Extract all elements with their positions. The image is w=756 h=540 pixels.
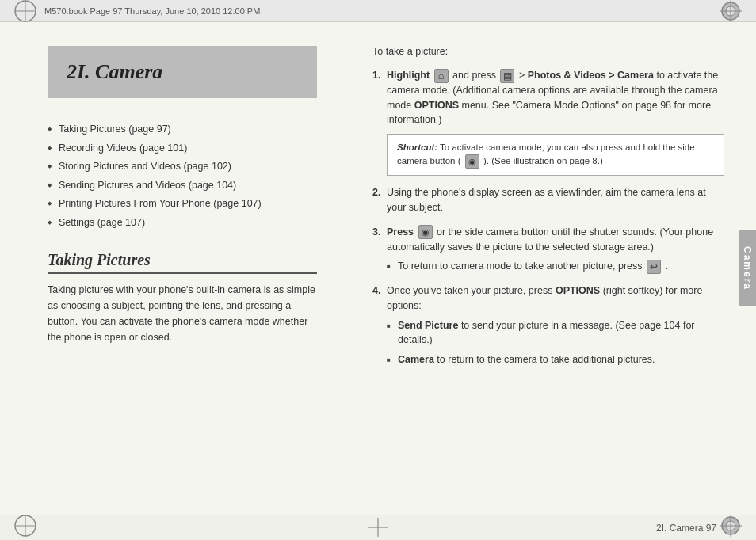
steps-list: 1. Highlight and press > Photos & Videos…: [372, 68, 724, 367]
camera-button-icon: [418, 225, 433, 239]
list-item: Recording Videos (page 101): [48, 139, 317, 158]
step-3-subbullet: To return to camera mode to take another…: [387, 259, 724, 274]
bottom-right-decoration: [718, 513, 743, 538]
press-word: Press: [387, 226, 414, 238]
list-item: Printing Pictures From Your Phone (page …: [48, 195, 317, 214]
right-column: To take a picture: 1. Highlight and pres…: [349, 22, 756, 515]
top-right-decoration: [718, 0, 743, 24]
step-4-text: Once you've taken your picture, press OP…: [387, 285, 702, 311]
topbar-text: M570.book Page 97 Thursday, June 10, 201…: [44, 6, 260, 16]
chapter-title: 2I. Camera: [67, 60, 162, 83]
section-heading: Taking Pictures: [48, 251, 317, 274]
step-2: 2. Using the phone's display screen as a…: [372, 185, 724, 215]
shortcut-label: Shortcut:: [397, 143, 437, 152]
content-area: 2I. Camera Taking Pictures (page 97) Rec…: [0, 22, 756, 515]
list-item: Settings (page 107): [48, 214, 317, 233]
page: M570.book Page 97 Thursday, June 10, 201…: [0, 0, 756, 540]
step-1-text: Highlight and press > Photos & Videos > …: [387, 70, 718, 125]
list-item: Storing Pictures and Videos (page 102): [48, 158, 317, 177]
home-icon: [434, 69, 449, 83]
chapter-box: 2I. Camera: [48, 46, 317, 98]
list-item: Taking Pictures (page 97): [48, 120, 317, 139]
footer: 2I. Camera 97: [0, 515, 756, 540]
step-3-text: Press or the side camera button until th…: [387, 226, 713, 253]
left-column: 2I. Camera Taking Pictures (page 97) Rec…: [0, 22, 349, 515]
menu-icon: [500, 69, 514, 83]
bottom-center-decoration: [367, 516, 389, 538]
step-1: 1. Highlight and press > Photos & Videos…: [372, 68, 724, 176]
step-4-subbullet-1: Send Picture to send your picture in a m…: [387, 318, 724, 348]
step-4-subbullet-2: Camera to return to the camera to take a…: [387, 352, 724, 367]
sidebar-tab: Camera: [739, 230, 756, 306]
step-3: 3. Press or the side camera button until…: [372, 225, 724, 274]
top-bar: M570.book Page 97 Thursday, June 10, 201…: [0, 0, 756, 22]
bottom-left-decoration: [13, 513, 38, 538]
section-body: Taking pictures with your phone's built-…: [48, 282, 317, 345]
side-camera-icon: [465, 154, 479, 169]
highlight-word: Highlight: [387, 70, 430, 81]
right-intro: To take a picture:: [372, 46, 724, 57]
step-2-text: Using the phone's display screen as a vi…: [387, 187, 706, 213]
step-4: 4. Once you've taken your picture, press…: [372, 283, 724, 367]
list-item: Sending Pictures and Videos (page 104): [48, 177, 317, 196]
back-icon: [647, 260, 661, 274]
chapter-toc: Taking Pictures (page 97) Recording Vide…: [48, 120, 317, 232]
shortcut-box: Shortcut: To activate camera mode, you c…: [387, 134, 724, 176]
top-left-decoration: [13, 0, 38, 24]
footer-text: 2I. Camera 97: [656, 523, 716, 534]
